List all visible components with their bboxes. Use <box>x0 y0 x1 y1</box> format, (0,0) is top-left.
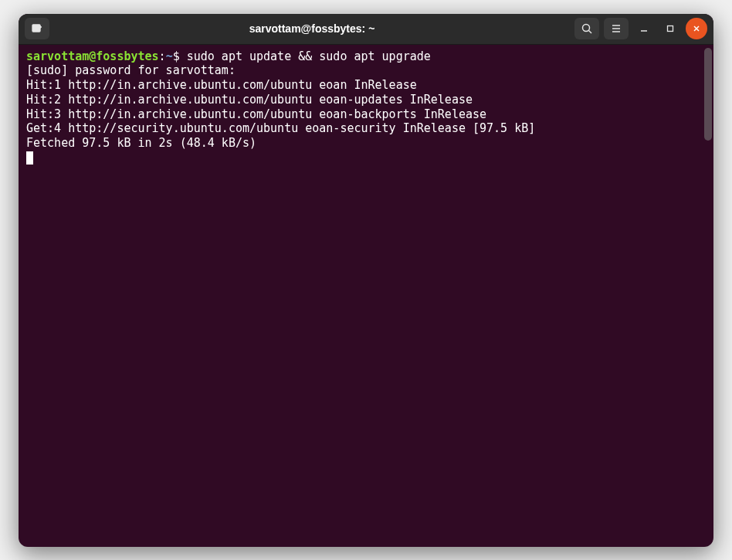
terminal-content: sarvottam@fossbytes:~$ sudo apt update &… <box>26 49 706 165</box>
scrollbar-thumb[interactable] <box>704 48 712 141</box>
new-tab-icon <box>31 22 43 35</box>
new-tab-button[interactable] <box>25 18 49 39</box>
close-button[interactable] <box>686 18 707 39</box>
prompt-symbol: $ <box>173 49 180 63</box>
command-text: sudo apt update && sudo apt upgrade <box>187 49 431 63</box>
output-line: [sudo] password for sarvottam: <box>26 63 236 77</box>
terminal-cursor <box>26 151 33 165</box>
output-line: Get:4 http://security.ubuntu.com/ubuntu … <box>26 121 535 135</box>
hamburger-menu-icon <box>610 22 622 35</box>
window-titlebar: sarvottam@fossbytes: ~ <box>19 14 713 45</box>
output-line: Hit:2 http://in.archive.ubuntu.com/ubunt… <box>26 93 473 107</box>
svg-rect-0 <box>32 25 40 32</box>
close-icon <box>692 24 701 33</box>
window-title: sarvottam@fossbytes: ~ <box>54 22 570 35</box>
prompt-path: ~ <box>166 49 173 63</box>
search-icon <box>581 22 593 35</box>
terminal-body[interactable]: sarvottam@fossbytes:~$ sudo apt update &… <box>19 45 713 547</box>
maximize-button[interactable] <box>659 18 681 39</box>
search-button[interactable] <box>574 18 599 39</box>
output-line: Hit:3 http://in.archive.ubuntu.com/ubunt… <box>26 107 486 121</box>
titlebar-left-controls <box>25 18 49 39</box>
svg-rect-9 <box>668 26 673 32</box>
output-line: Fetched 97.5 kB in 2s (48.4 kB/s) <box>26 136 256 150</box>
minimize-button[interactable] <box>633 18 655 39</box>
prompt-user-host: sarvottam@fossbytes <box>26 49 159 63</box>
minimize-icon <box>639 24 649 33</box>
maximize-icon <box>666 24 675 33</box>
prompt-separator: : <box>159 49 166 63</box>
terminal-window: sarvottam@fossbytes: ~ <box>19 14 713 547</box>
svg-point-3 <box>583 25 590 32</box>
titlebar-right-controls <box>574 18 707 39</box>
menu-button[interactable] <box>604 18 629 39</box>
output-line: Hit:1 http://in.archive.ubuntu.com/ubunt… <box>26 78 417 92</box>
svg-line-4 <box>589 31 592 34</box>
